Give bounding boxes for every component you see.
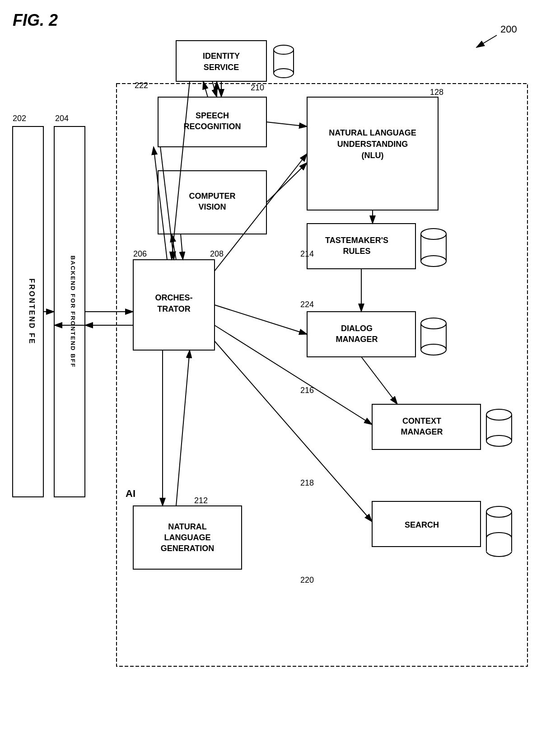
svg-text:COMPUTER: COMPUTER xyxy=(189,192,236,201)
tastemakers-rules-box xyxy=(307,224,415,269)
ref-204: 204 xyxy=(55,114,69,123)
nlu-box xyxy=(307,97,438,210)
svg-rect-26 xyxy=(421,234,446,261)
svg-rect-49 xyxy=(486,512,512,538)
ref-206: 206 xyxy=(133,249,147,258)
svg-point-11 xyxy=(274,45,294,54)
svg-line-74 xyxy=(215,305,307,334)
frontend-box xyxy=(13,126,43,497)
svg-text:RULES: RULES xyxy=(343,247,370,256)
svg-text:FRONTEND FE: FRONTEND FE xyxy=(28,279,36,345)
svg-text:RECOGNITION: RECOGNITION xyxy=(183,122,241,131)
svg-text:NATURAL: NATURAL xyxy=(168,522,207,531)
svg-point-54 xyxy=(486,546,512,557)
svg-text:SEARCH: SEARCH xyxy=(405,520,439,529)
svg-text:CONTEXT: CONTEXT xyxy=(402,416,441,426)
ref-218: 218 xyxy=(300,478,314,487)
ref-216: 216 xyxy=(300,386,314,395)
ref-200-text: 200 xyxy=(500,23,517,35)
ref-202: 202 xyxy=(13,114,26,123)
svg-text:LANGUAGE: LANGUAGE xyxy=(164,533,211,542)
ai-dashed-box xyxy=(117,84,527,666)
svg-line-67 xyxy=(172,234,176,260)
svg-text:BACKEND FOR FRONTEND BFF: BACKEND FOR FRONTEND BFF xyxy=(70,256,76,368)
svg-line-3 xyxy=(476,35,497,47)
orchestrator-box xyxy=(133,260,215,350)
svg-point-6 xyxy=(274,50,294,59)
svg-line-75 xyxy=(361,357,397,404)
diagram-container: FIG. 2 200 AI IDENTITY SERVICE xyxy=(0,0,560,739)
svg-text:IDENTITY: IDENTITY xyxy=(203,51,240,61)
svg-line-70 xyxy=(203,81,208,97)
svg-line-69 xyxy=(215,154,307,271)
svg-point-30 xyxy=(421,229,446,239)
svg-text:GENERATION: GENERATION xyxy=(161,544,215,553)
speech-recognition-box xyxy=(158,97,266,147)
ref-222: 222 xyxy=(135,81,148,90)
svg-line-83 xyxy=(266,122,307,126)
context-manager-box xyxy=(372,404,481,449)
svg-line-79 xyxy=(176,350,190,506)
ref-212: 212 xyxy=(194,496,208,505)
identity-service-box xyxy=(176,41,266,81)
svg-point-41 xyxy=(486,415,512,426)
svg-point-25 xyxy=(421,234,446,245)
svg-line-84 xyxy=(266,163,307,202)
svg-text:SERVICE: SERVICE xyxy=(204,63,239,72)
computer-vision-box xyxy=(158,171,266,234)
ref-214: 214 xyxy=(300,249,314,258)
svg-text:MANAGER: MANAGER xyxy=(401,427,443,436)
search-box xyxy=(372,501,481,547)
svg-point-10 xyxy=(274,69,294,78)
svg-text:DIALOG: DIALOG xyxy=(341,324,373,333)
svg-point-33 xyxy=(421,323,446,334)
svg-line-71 xyxy=(212,81,217,97)
svg-text:TASTEMAKER'S: TASTEMAKER'S xyxy=(325,236,388,245)
svg-point-52 xyxy=(486,533,512,543)
svg-line-66 xyxy=(160,147,174,260)
svg-line-65 xyxy=(154,147,167,260)
svg-text:UNDERSTANDING: UNDERSTANDING xyxy=(337,140,408,149)
svg-point-46 xyxy=(486,409,512,420)
svg-line-72 xyxy=(172,81,190,260)
nlg-box xyxy=(133,506,242,569)
ref-224: 224 xyxy=(300,300,314,309)
svg-rect-34 xyxy=(421,323,446,350)
svg-rect-7 xyxy=(274,50,294,73)
ref-208: 208 xyxy=(210,249,224,258)
ref-128: 128 xyxy=(430,88,443,97)
svg-point-37 xyxy=(421,344,446,355)
figure-label: FIG. 2 xyxy=(13,11,58,30)
ai-label: AI xyxy=(126,488,135,499)
svg-point-38 xyxy=(421,318,446,329)
svg-point-53 xyxy=(486,506,512,517)
svg-text:MANAGER: MANAGER xyxy=(336,335,378,344)
svg-text:TRATOR: TRATOR xyxy=(157,304,190,313)
svg-rect-42 xyxy=(486,415,512,441)
dialog-manager-box xyxy=(307,312,415,357)
ref-210: 210 xyxy=(251,83,264,92)
diagram-svg: 200 AI IDENTITY SERVICE 222 FRONTEND FE … xyxy=(0,0,560,739)
bff-box xyxy=(54,126,85,497)
ref-220: 220 xyxy=(300,575,314,585)
svg-line-68 xyxy=(181,234,183,260)
svg-line-77 xyxy=(215,341,372,522)
svg-point-48 xyxy=(486,512,512,523)
svg-text:ORCHES-: ORCHES- xyxy=(155,293,192,302)
svg-text:VISION: VISION xyxy=(198,202,226,211)
svg-point-29 xyxy=(421,256,446,267)
svg-text:SPEECH: SPEECH xyxy=(196,111,229,120)
svg-point-45 xyxy=(486,435,512,446)
svg-text:(NLU): (NLU) xyxy=(362,151,384,160)
svg-rect-55 xyxy=(486,538,512,552)
svg-text:NATURAL LANGUAGE: NATURAL LANGUAGE xyxy=(329,128,416,137)
svg-line-76 xyxy=(215,325,372,425)
